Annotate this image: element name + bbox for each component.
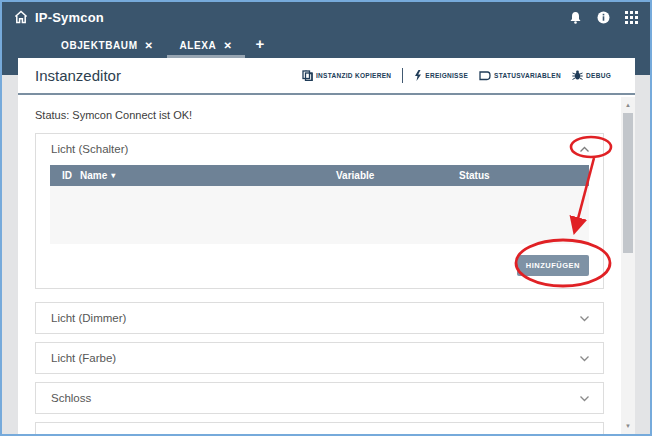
app-title: IP-Symcon xyxy=(35,10,104,25)
info-icon[interactable] xyxy=(596,10,610,24)
debug-button[interactable]: DEBUG xyxy=(572,70,611,81)
column-status: Status xyxy=(459,170,589,181)
section-licht-schalter-header[interactable]: Licht (Schalter) xyxy=(36,134,603,164)
section-licht-dimmer-header[interactable]: Licht (Dimmer) xyxy=(36,303,603,333)
top-bar: IP-Symcon xyxy=(2,2,650,32)
section-licht-farbe-header[interactable]: Licht (Farbe) xyxy=(36,343,603,373)
bug-icon xyxy=(572,70,583,81)
events-button[interactable]: EREIGNISSE xyxy=(414,70,468,81)
section-schloss: Schloss xyxy=(35,382,604,414)
hinzufuegen-button[interactable]: HINZUFÜGEN xyxy=(517,255,589,276)
home-icon xyxy=(14,10,28,24)
scroll-down-icon[interactable]: ▼ xyxy=(621,420,635,432)
device-table: ID Name ▾ Variable Status xyxy=(50,165,589,244)
app-window: IP-Symcon OBJEKTBAUM xyxy=(0,0,652,436)
copy-instance-id-button[interactable]: INSTANZID KOPIEREN xyxy=(302,70,391,81)
tab-alexa[interactable]: ALEXA ✕ xyxy=(167,33,246,58)
section-temperatursensor: Temperatursensor xyxy=(35,422,604,434)
status-variables-button[interactable]: STATUSVARIABLEN xyxy=(479,71,561,81)
device-table-header: ID Name ▾ Variable Status xyxy=(50,165,589,186)
sort-arrow-icon: ▾ xyxy=(111,171,115,180)
add-tab-button[interactable]: + xyxy=(245,33,274,58)
section-title: Schloss xyxy=(51,392,91,404)
vertical-scrollbar[interactable]: ▲ ▼ xyxy=(621,97,635,434)
chevron-down-icon[interactable] xyxy=(579,395,590,402)
table-actions-row: HINZUFÜGEN xyxy=(36,244,603,288)
chevron-down-icon[interactable] xyxy=(579,315,590,322)
tab-bar: OBJEKTBAUM ✕ ALEXA ✕ + xyxy=(48,33,274,58)
scroll-up-icon[interactable]: ▲ xyxy=(621,99,635,111)
column-name-label: Name xyxy=(80,170,107,181)
instance-editor-header: Instanzeditor INSTANZID KOPIEREN EREIGNI… xyxy=(18,58,635,95)
apps-grid-icon[interactable] xyxy=(624,10,638,24)
section-licht-farbe: Licht (Farbe) xyxy=(35,342,604,374)
close-icon[interactable]: ✕ xyxy=(145,40,154,51)
tag-icon xyxy=(479,71,491,81)
column-name[interactable]: Name ▾ xyxy=(80,170,336,181)
column-id: ID xyxy=(62,170,80,181)
debug-label: DEBUG xyxy=(586,72,611,79)
page-title: Instanzeditor xyxy=(35,67,121,84)
section-licht-schalter: Licht (Schalter) ID Name ▾ Variable Stat… xyxy=(35,133,604,289)
section-title: Licht (Dimmer) xyxy=(51,312,126,324)
section-title: Licht (Farbe) xyxy=(51,352,116,364)
section-title: Licht (Schalter) xyxy=(51,143,128,155)
events-label: EREIGNISSE xyxy=(425,72,468,79)
toolbar-divider xyxy=(402,68,403,83)
status-variables-label: STATUSVARIABLEN xyxy=(494,72,561,79)
column-variable: Variable xyxy=(336,170,459,181)
chevron-up-icon[interactable] xyxy=(579,146,590,153)
chevron-down-icon[interactable] xyxy=(579,355,590,362)
device-table-body-empty xyxy=(50,186,589,244)
tab-objektbaum[interactable]: OBJEKTBAUM ✕ xyxy=(48,33,167,58)
section-temperatursensor-header[interactable]: Temperatursensor xyxy=(36,423,603,434)
section-title: Temperatursensor xyxy=(51,432,144,434)
lightning-icon xyxy=(414,70,422,81)
section-schloss-header[interactable]: Schloss xyxy=(36,383,603,413)
editor-content: Status: Symcon Connect ist OK! Licht (Sc… xyxy=(18,95,621,434)
notifications-icon[interactable] xyxy=(568,10,582,24)
topbar-actions xyxy=(568,10,638,24)
tab-alexa-label: ALEXA xyxy=(180,40,217,51)
editor-toolbar: INSTANZID KOPIEREN EREIGNISSE STATUSVARI… xyxy=(302,68,611,83)
tab-objektbaum-label: OBJEKTBAUM xyxy=(61,40,138,51)
close-icon[interactable]: ✕ xyxy=(223,40,232,51)
copy-instance-id-label: INSTANZID KOPIEREN xyxy=(316,72,391,79)
connection-status-text: Status: Symcon Connect ist OK! xyxy=(35,109,621,121)
app-logo[interactable]: IP-Symcon xyxy=(14,10,104,25)
section-licht-dimmer: Licht (Dimmer) xyxy=(35,302,604,334)
scrollbar-thumb[interactable] xyxy=(623,113,633,253)
instance-editor-panel: Instanzeditor INSTANZID KOPIEREN EREIGNI… xyxy=(18,58,635,434)
copy-icon xyxy=(302,70,313,81)
